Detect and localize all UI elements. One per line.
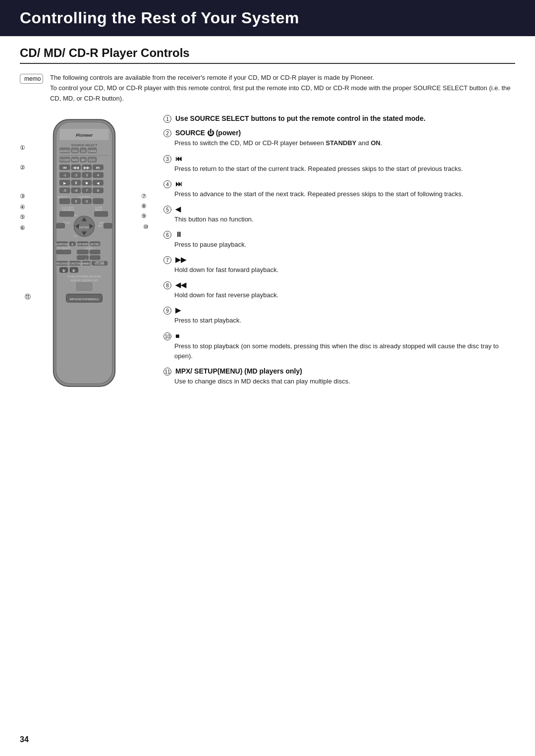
svg-text:DVD: DVD: [72, 150, 78, 153]
svg-text:– LEVEL +: – LEVEL +: [84, 248, 95, 250]
ctrl-num-1: 1: [163, 115, 171, 123]
section-title: CD/ MD/ CD-R Player Controls: [20, 46, 515, 64]
svg-text:▶▶: ▶▶: [84, 165, 90, 170]
svg-text:-6: -6: [74, 189, 77, 193]
ctrl-header-4: 4 ⏭: [163, 180, 515, 188]
ctrl-num-11: 11: [163, 368, 171, 376]
ctrl-num-3: 3: [163, 155, 171, 163]
svg-rect-67: [95, 212, 108, 216]
svg-text:FUNCTION: FUNCTION: [69, 263, 81, 266]
num-label-5: ⑤: [20, 214, 25, 220]
svg-text:8: 8: [97, 189, 99, 193]
ctrl-num-7: 7: [163, 256, 171, 264]
remote-control-svg: Pioneer SOURCE SELECT SOURCE DVD CD TUNE…: [30, 114, 139, 402]
svg-rect-116: [76, 283, 92, 291]
svg-rect-95: [56, 250, 71, 254]
svg-text:Pioneer: Pioneer: [76, 133, 94, 138]
svg-rect-99: [90, 256, 100, 260]
memo-text: The following controls are available fro…: [50, 73, 515, 104]
control-item-7: 7 ▶▶ Hold down for fast forward playback…: [163, 256, 515, 275]
memo-box: memo The following controls are availabl…: [20, 73, 515, 104]
ctrl-num-4: 4: [163, 180, 171, 188]
page-header: Controlling the Rest of Your System: [0, 0, 535, 36]
ctrl-icon-6: ⏸: [175, 230, 182, 238]
ctrl-num-6: 6: [163, 231, 171, 239]
svg-text:CD: CD: [81, 150, 85, 153]
ctrl-desc-6: Press to pause playback.: [163, 240, 515, 250]
controls-col: 1 Use SOURCE SELECT buttons to put the r…: [163, 114, 515, 392]
svg-text:CD-R: CD-R: [89, 159, 95, 162]
ctrl-icon-7: ▶▶: [175, 256, 186, 264]
ctrl-header-8: 8 ◀◀: [163, 281, 515, 289]
ctrl-header-6: 6 ⏸: [163, 230, 515, 239]
num-label-1: ①: [20, 144, 25, 151]
ctrl-num-10: 10: [163, 332, 171, 340]
page-number: 34: [20, 735, 29, 744]
two-col-layout: ① ② ③ ④ ⑤ ⑥ ⑦ ⑧ ⑨ ⑩ ⑪: [20, 114, 515, 402]
svg-text:0: 0: [86, 200, 88, 204]
control-item-3: 3 ⏮ Press to return to the start of the …: [163, 155, 515, 174]
control-item-5: 5 ◀ This button has no function.: [163, 205, 515, 224]
svg-text:MENU: MENU: [95, 209, 102, 212]
svg-text:⏻: ⏻: [62, 269, 65, 272]
num-label-8: ⑧: [141, 203, 147, 210]
memo-label: memo: [20, 74, 43, 84]
num-label-7: ⑦: [141, 193, 147, 200]
ctrl-desc-10: Press to stop playback (on some models, …: [163, 341, 515, 361]
ctrl-desc-7: Hold down for fast forward playback.: [163, 265, 515, 275]
svg-text:TOP MENU: TOP MENU: [62, 209, 74, 212]
svg-rect-97: [90, 250, 100, 254]
num-label-10: ⑩: [143, 223, 149, 230]
num-label-9: ⑨: [141, 213, 147, 219]
ctrl-icon-9: ▶: [175, 306, 181, 314]
memo-line-1: The following controls are available fro…: [50, 74, 374, 81]
svg-rect-83: [56, 223, 65, 228]
svg-rect-56: [59, 199, 70, 204]
ctrl-icon-3: ⏮: [175, 155, 182, 162]
ctrl-header-3: 3 ⏮: [163, 155, 515, 163]
svg-text:FL: FL: [85, 259, 88, 261]
control-item-10: 10 ■ Press to stop playback (on some mod…: [163, 332, 515, 361]
ctrl-icon-8: ◀◀: [175, 281, 186, 289]
ctrl-header-5: 5 ◀: [163, 205, 515, 214]
svg-text:TV CONT: TV CONT: [59, 160, 70, 162]
svg-text:-1: -1: [63, 173, 66, 178]
ctrl-title-2: SOURCE ⏻ (power): [175, 129, 241, 137]
ctrl-header-11: 11 MPX/ SETUP(MENU) (MD players only): [163, 367, 515, 376]
ctrl-title-11: MPX/ SETUP(MENU) (MD players only): [175, 367, 302, 375]
svg-text:⏸: ⏸: [74, 181, 78, 185]
svg-text:MUTING: MUTING: [91, 243, 100, 246]
control-item-9: 9 ▶ Press to start playback.: [163, 306, 515, 325]
ctrl-icon-4: ⏭: [175, 180, 182, 188]
svg-text:DSP NDBS: DSP NDBS: [77, 243, 89, 246]
ctrl-desc-11: Use to change discs in MD decks that can…: [163, 377, 515, 386]
svg-text:⏻: ⏻: [72, 269, 75, 272]
svg-text:VOLUME: VOLUME: [95, 263, 105, 266]
svg-text:CH. SELECT: CH. SELECT: [57, 248, 71, 250]
svg-text:⏮: ⏮: [63, 165, 67, 170]
svg-text:FG–: FG–: [74, 235, 78, 237]
svg-rect-96: [77, 250, 89, 254]
control-item-6: 6 ⏸ Press to pause playback.: [163, 230, 515, 250]
svg-rect-84: [104, 223, 112, 228]
control-item-11: 11 MPX/ SETUP(MENU) (MD players only) Us…: [163, 367, 515, 386]
remote-col: ① ② ③ ④ ⑤ ⑥ ⑦ ⑧ ⑨ ⑩ ⑪: [20, 114, 149, 402]
page-title: Controlling the Rest of Your System: [20, 9, 299, 27]
ctrl-header-10: 10 ■: [163, 332, 515, 340]
svg-text:– STATION +: – STATION +: [77, 196, 92, 199]
ctrl-num-2: 2: [163, 129, 171, 137]
ctrl-header-9: 9 ▶: [163, 306, 515, 315]
ctrl-header-1: 1 Use SOURCE SELECT buttons to put the r…: [163, 114, 515, 123]
svg-text:7: 7: [86, 189, 88, 193]
svg-text:9: 9: [75, 200, 77, 204]
ctrl-num-5: 5: [163, 206, 171, 214]
svg-text:■: ■: [86, 181, 88, 185]
ctrl-title-1: Use SOURCE SELECT buttons to put the rem…: [175, 114, 426, 122]
ctrl-desc-9: Press to start playback.: [163, 316, 515, 325]
num-label-3: ③: [20, 193, 25, 200]
svg-text:AV MULTICHANNEL RECEIVER: AV MULTICHANNEL RECEIVER: [67, 276, 102, 278]
svg-text:REMOTE CONTROL UNIT: REMOTE CONTROL UNIT: [70, 279, 98, 282]
control-item-4: 4 ⏭ Press to advance to the start of the…: [163, 180, 515, 199]
ctrl-num-8: 8: [163, 281, 171, 289]
ctrl-num-9: 9: [163, 307, 171, 315]
